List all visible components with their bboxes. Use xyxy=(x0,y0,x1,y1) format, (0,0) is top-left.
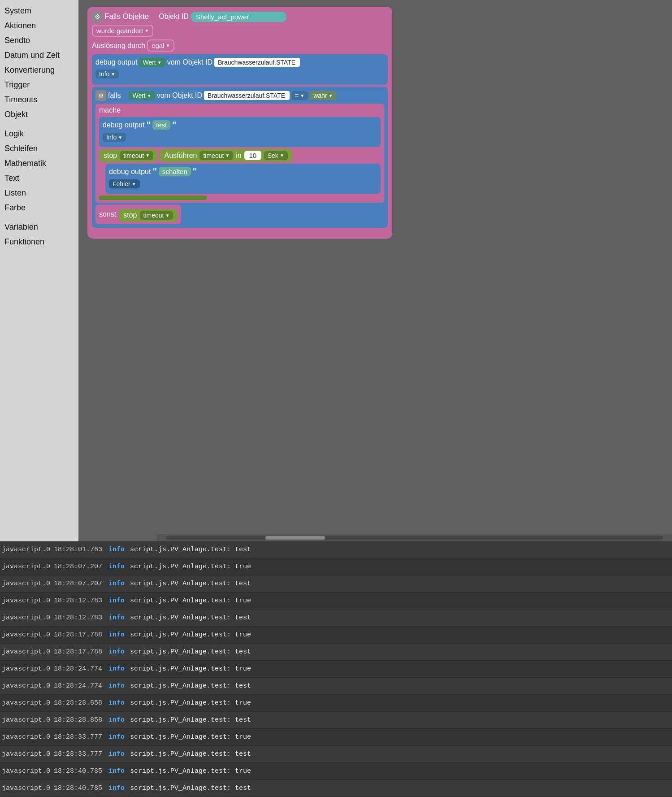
scrollbar-track[interactable] xyxy=(166,536,663,540)
log-message: script.js.PV_Anlage.test: test xyxy=(128,750,253,758)
wahr-dropdown[interactable]: wahr xyxy=(310,91,336,100)
wurde-geandert-row: wurde geändert xyxy=(92,25,388,37)
sidebar-item-aktionen[interactable]: Aktionen xyxy=(0,18,78,33)
log-time: 18:28:24.774 xyxy=(52,665,106,673)
log-level: info xyxy=(106,648,128,656)
debug-fehler-block: debug output " schalten " Fehler xyxy=(105,164,381,194)
log-message: script.js.PV_Anlage.test: test xyxy=(128,784,253,792)
log-message: script.js.PV_Anlage.test: true xyxy=(128,563,253,571)
ausfuhren-block: Ausführen timeout in Sek xyxy=(160,149,292,162)
sidebar-item-timeouts[interactable]: Timeouts xyxy=(0,92,78,107)
eq-dropdown[interactable]: = xyxy=(291,91,308,100)
sidebar-item-farbe[interactable]: Farbe xyxy=(0,200,78,215)
wert-dropdown-1[interactable]: Wert xyxy=(139,58,165,67)
debug-fehler-row: debug output " schalten " xyxy=(109,166,377,177)
log-source: javascript.0 xyxy=(0,665,52,673)
fehler-dropdown[interactable]: Fehler xyxy=(109,179,140,188)
log-level: info xyxy=(106,580,128,588)
wurde-geandert-dropdown[interactable]: wurde geändert xyxy=(92,25,153,37)
wert-dropdown-2[interactable]: Wert xyxy=(129,91,155,100)
log-source: javascript.0 xyxy=(0,631,52,639)
objekt-state-input-1[interactable] xyxy=(214,58,300,67)
sidebar-item-schleifen[interactable]: Schleifen xyxy=(0,141,78,156)
number-input[interactable] xyxy=(244,151,261,160)
log-time: 18:28:40.785 xyxy=(52,767,106,775)
log-source: javascript.0 xyxy=(0,614,52,622)
sidebar-item-logik[interactable]: Logik xyxy=(0,126,78,141)
log-time: 18:28:12.783 xyxy=(52,614,106,622)
log-row: javascript.0 18:28:01.763 info script.js… xyxy=(0,541,672,558)
sek-dropdown[interactable]: Sek xyxy=(264,151,288,160)
log-message: script.js.PV_Anlage.test: true xyxy=(128,631,253,639)
sidebar-item-sendto[interactable]: Sendto xyxy=(0,33,78,48)
scrollbar-area xyxy=(157,534,672,541)
log-level: info xyxy=(106,597,128,605)
log-time: 18:28:40.785 xyxy=(52,784,106,792)
timeout-dropdown-1[interactable]: timeout xyxy=(120,151,153,160)
log-source: javascript.0 xyxy=(0,784,52,792)
falls-header-row: ⚙ Falls Objekte Objekt ID xyxy=(92,11,388,22)
gear-icon-2[interactable]: ⚙ xyxy=(95,90,106,101)
log-time: 18:28:33.777 xyxy=(52,750,106,758)
debug-output-label-2: debug output xyxy=(103,121,144,129)
stop-label-2: stop xyxy=(123,211,137,219)
sonst-label: sonst xyxy=(99,210,116,218)
objekt-state-input-2[interactable] xyxy=(204,91,290,100)
log-level: info xyxy=(106,631,128,639)
log-level: info xyxy=(106,665,128,673)
log-row: javascript.0 18:28:28.858 info script.js… xyxy=(0,695,672,712)
log-source: javascript.0 xyxy=(0,750,52,758)
mache-header: mache xyxy=(99,106,381,114)
sidebar-item-variablen[interactable]: Variablen xyxy=(0,220,78,235)
log-message: script.js.PV_Anlage.test: test xyxy=(128,614,253,622)
log-source: javascript.0 xyxy=(0,699,52,707)
sidebar-item-konvertierung[interactable]: Konvertierung xyxy=(0,63,78,78)
log-level: info xyxy=(106,784,128,792)
sidebar-item-datum[interactable]: Datum und Zeit xyxy=(0,48,78,63)
log-row: javascript.0 18:28:17.788 info script.js… xyxy=(0,644,672,661)
log-message: script.js.PV_Anlage.test: test xyxy=(128,682,253,690)
log-time: 18:28:33.777 xyxy=(52,733,106,741)
log-time: 18:28:24.774 xyxy=(52,682,106,690)
mache-label: mache xyxy=(99,106,121,114)
debug-output-block-1: debug output Wert vom Objekt ID Info xyxy=(92,54,388,85)
log-row: javascript.0 18:28:40.785 info script.js… xyxy=(0,780,672,797)
log-area: javascript.0 18:28:01.763 info script.js… xyxy=(0,541,672,797)
scrollbar-thumb[interactable] xyxy=(265,536,325,540)
sidebar-item-listen[interactable]: Listen xyxy=(0,186,78,200)
green-connector xyxy=(99,196,207,200)
objekt-id-input[interactable] xyxy=(191,12,286,22)
falls-sub-block: ⚙ falls Wert vom Objekt ID = wahr mache xyxy=(92,87,388,228)
schalten-value: schalten xyxy=(159,167,191,176)
log-time: 18:28:28.858 xyxy=(52,716,106,724)
gear-icon[interactable]: ⚙ xyxy=(92,11,103,22)
sidebar-item-trigger[interactable]: Trigger xyxy=(0,78,78,92)
sidebar-item-mathematik[interactable]: Mathematik xyxy=(0,156,78,171)
log-row: javascript.0 18:28:33.777 info script.js… xyxy=(0,746,672,763)
timeout-dropdown-2[interactable]: timeout xyxy=(199,151,233,160)
falls-block: ⚙ Falls Objekte Objekt ID wurde geändert… xyxy=(87,7,392,239)
log-level: info xyxy=(106,733,128,741)
info-dropdown-2[interactable]: Info xyxy=(103,133,126,142)
auslosung-dropdown[interactable]: egal xyxy=(147,39,174,52)
log-row: javascript.0 18:28:17.788 info script.js… xyxy=(0,627,672,644)
mache-block: mache debug output " test " Info xyxy=(95,104,384,203)
info-dropdown-1[interactable]: Info xyxy=(95,70,119,78)
falls-sub-header: ⚙ falls Wert vom Objekt ID = wahr xyxy=(95,90,384,101)
log-time: 18:28:12.783 xyxy=(52,597,106,605)
close-quote-2: " xyxy=(193,166,197,177)
sidebar-item-objekt[interactable]: Objekt xyxy=(0,107,78,122)
log-source: javascript.0 xyxy=(0,546,52,553)
fehler-row: Fehler xyxy=(109,179,377,188)
sidebar-item-funktionen[interactable]: Funktionen xyxy=(0,235,78,249)
log-row: javascript.0 18:28:24.774 info script.js… xyxy=(0,661,672,678)
ausfuhren-label: Ausführen xyxy=(165,152,197,160)
log-level: info xyxy=(106,546,128,553)
open-quote-1: " xyxy=(146,120,150,130)
sidebar-item-text[interactable]: Text xyxy=(0,171,78,186)
sidebar-item-system[interactable]: System xyxy=(0,4,78,18)
close-quote-1: " xyxy=(172,120,176,130)
timeout-dropdown-3[interactable]: timeout xyxy=(140,211,173,220)
log-source: javascript.0 xyxy=(0,597,52,605)
log-time: 18:28:01.763 xyxy=(52,546,106,553)
